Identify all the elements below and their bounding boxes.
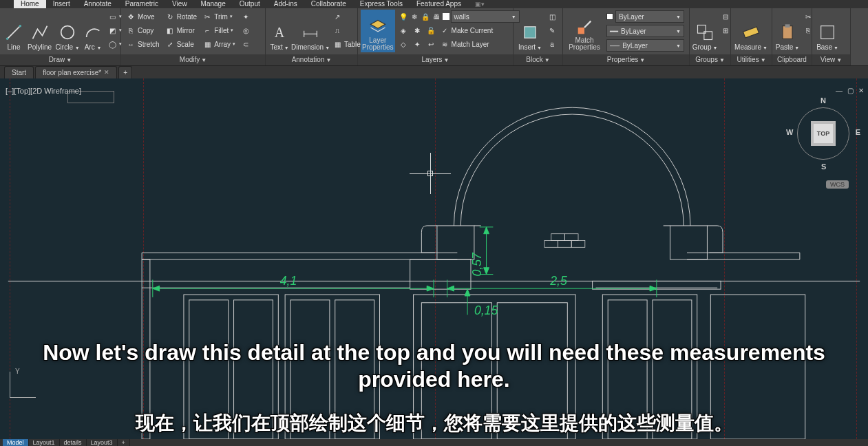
group-button[interactable]: Group ▼ (692, 10, 717, 52)
menu-tab-addins[interactable]: Add-ins (267, 0, 304, 8)
base-button[interactable]: Base ▼ (815, 10, 840, 52)
circle-button[interactable]: Circle ▼ (54, 10, 81, 52)
layer-color-icon[interactable] (443, 13, 449, 20)
new-tab-button[interactable]: + (118, 66, 132, 78)
viewcube-face-top[interactable]: TOP (811, 121, 836, 146)
menu-tab-featured-apps[interactable]: Featured Apps (410, 0, 468, 8)
maximize-icon[interactable]: ▢ (846, 87, 854, 95)
line-button[interactable]: Line (3, 10, 25, 52)
panel-title-draw[interactable]: Draw▼ (0, 54, 120, 65)
modify-extra-2[interactable]: ◎ (239, 23, 253, 37)
panel-title-block[interactable]: Block▼ (514, 54, 562, 65)
menu-tab-insert[interactable]: Insert (46, 0, 77, 8)
current-layer-dropdown[interactable]: walls▼ (451, 10, 520, 23)
menu-tab-view[interactable]: View (165, 0, 194, 8)
doc-tab-start[interactable]: Start (4, 66, 34, 78)
stretch-button[interactable]: ↔Stretch (124, 37, 162, 51)
drawing-canvas[interactable]: [–][Top][2D Wireframe] — ▢ ✕ TOP N S E W… (0, 78, 868, 439)
viewport-label[interactable]: [–][Top][2D Wireframe] (6, 87, 81, 95)
layer-btn-4[interactable]: ✦ (410, 37, 424, 51)
copy-button[interactable]: ⎘Copy (124, 23, 162, 37)
menu-overflow-icon[interactable]: ▣▾ (475, 1, 485, 8)
panel-title-annotation[interactable]: Annotation▼ (266, 54, 357, 65)
viewcube-south[interactable]: S (821, 162, 826, 171)
modify-extra-1[interactable]: ✦ (239, 10, 253, 23)
menu-tab-output[interactable]: Output (233, 0, 267, 8)
panel-title-clipboard[interactable]: Clipboard (772, 54, 812, 65)
insert-button[interactable]: Insert ▼ (516, 10, 544, 52)
move-button[interactable]: ✥Move (124, 10, 162, 23)
close-icon[interactable]: ✕ (104, 67, 109, 78)
fillet-button[interactable]: ⌐Fillet ▾ (200, 23, 237, 37)
ucs-icon[interactable]: Y (10, 370, 37, 398)
block-attr-button[interactable]: a (545, 37, 559, 51)
make-current-button[interactable]: ✓Make Current (438, 23, 522, 37)
scale-button[interactable]: ⤢Scale (163, 37, 199, 51)
block-create-button[interactable]: ◫ (545, 10, 559, 23)
layer-properties-icon (368, 18, 388, 37)
menu-tab-collaborate[interactable]: Collaborate (304, 0, 353, 8)
layer-bulb-icon[interactable]: 💡 (399, 12, 408, 21)
layer-freeze-icon[interactable]: ❄ (410, 12, 419, 21)
mirror-button[interactable]: ◧Mirror (163, 23, 199, 37)
panel-title-view[interactable]: View▼ (812, 54, 850, 65)
panel-title-utilities[interactable]: Utilities▼ (731, 54, 772, 65)
layer-plot-icon[interactable]: 🖶 (432, 12, 441, 21)
viewport-window-controls: — ▢ ✕ (835, 87, 865, 95)
viewcube-west[interactable]: W (786, 128, 793, 136)
panel-title-layers[interactable]: Layers▼ (358, 54, 513, 65)
dim-4-1: 4,1 (280, 274, 297, 288)
layer-btn-3[interactable]: ✱ (410, 23, 424, 37)
arc-button[interactable]: Arc ▼ (82, 10, 104, 52)
status-tab-layout3[interactable]: Layout3 (87, 439, 118, 446)
status-tab-add[interactable]: + (118, 439, 130, 446)
viewcube-north[interactable]: N (821, 96, 826, 105)
block-edit-button[interactable]: ✎ (545, 23, 559, 37)
match-properties-button[interactable]: Match Properties (566, 10, 603, 52)
wcs-badge[interactable]: WCS (826, 180, 849, 189)
panel-title-modify[interactable]: Modify▼ (121, 54, 265, 65)
layer-btn-6[interactable]: ↩ (424, 37, 438, 51)
menu-tab-annotate[interactable]: Annotate (77, 0, 118, 8)
doc-tab-floorplan[interactable]: floor plan exercise*✕ (35, 66, 117, 78)
panel-title-properties[interactable]: Properties▼ (563, 54, 689, 65)
viewcube[interactable]: TOP N S E W (789, 99, 858, 168)
layer-lock-icon[interactable]: 🔒 (421, 12, 430, 21)
status-tab-model[interactable]: Model (3, 439, 29, 446)
close-viewport-icon[interactable]: ✕ (857, 87, 865, 95)
status-tab-details[interactable]: details (60, 439, 87, 446)
menu-tab-express-tools[interactable]: Express Tools (353, 0, 410, 8)
viewcube-east[interactable]: E (856, 128, 860, 136)
ungroup-button[interactable]: ⊟ (719, 10, 732, 23)
layer-btn-2[interactable]: ◇ (396, 37, 410, 51)
text-button[interactable]: A Text ▼ (268, 10, 290, 52)
linetype-dropdown[interactable]: ──ByLayer▼ (604, 39, 686, 52)
paste-button[interactable]: Paste ▼ (775, 10, 800, 52)
layer-properties-button[interactable]: Layer Properties (361, 10, 395, 52)
menu-tab-manage[interactable]: Manage (194, 0, 233, 8)
color-dropdown[interactable]: ByLayer▼ (604, 10, 686, 23)
svg-rect-45 (558, 241, 572, 248)
array-icon: ▦ (202, 39, 212, 49)
status-tab-layout1[interactable]: Layout1 (29, 439, 60, 446)
modify-extra-3[interactable]: ⊂ (239, 37, 253, 51)
layer-btn-5[interactable]: 🔓 (424, 23, 438, 37)
minimize-icon[interactable]: — (835, 87, 843, 95)
rotate-button[interactable]: ↻Rotate (163, 10, 199, 23)
lineweight-dropdown[interactable]: ━━ByLayer▼ (604, 24, 686, 38)
trim-button[interactable]: ✂Trim ▾ (200, 10, 237, 23)
polyline-button[interactable]: Polyline (26, 10, 53, 52)
layer-btn-1[interactable]: ◈ (396, 23, 410, 37)
array-button[interactable]: ▦Array ▾ (200, 37, 237, 51)
svg-rect-39 (608, 300, 647, 439)
dimension-button[interactable]: Dimension ▼ (292, 10, 329, 52)
group-edit-button[interactable]: ⊞ (719, 23, 732, 37)
match-layer-icon: ≋ (440, 39, 449, 49)
match-layer-button[interactable]: ≋Match Layer (438, 37, 522, 51)
panel-groups: Group ▼ ⊟ ⊞ Groups▼ (690, 8, 731, 65)
arc-icon (83, 23, 103, 42)
panel-title-groups[interactable]: Groups▼ (690, 54, 730, 65)
menu-tab-home[interactable]: Home (14, 0, 46, 8)
measure-button[interactable]: Measure ▼ (734, 10, 768, 52)
menu-tab-parametric[interactable]: Parametric (118, 0, 165, 8)
